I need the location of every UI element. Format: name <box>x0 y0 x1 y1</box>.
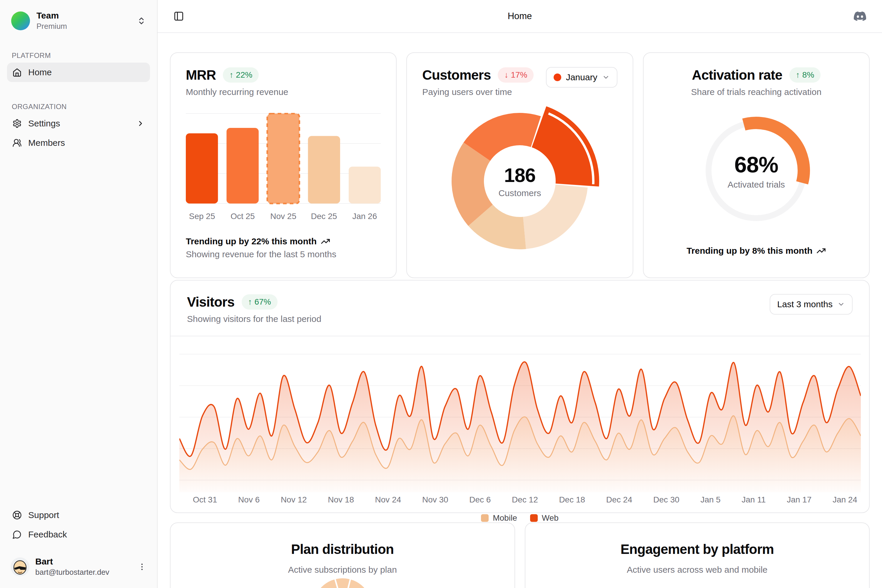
trending-up-icon <box>816 246 826 255</box>
visitors-badge: ↑67% <box>242 294 278 310</box>
home-icon <box>12 68 22 77</box>
mrr-x-label: Nov 25 <box>267 212 300 221</box>
sidebar-item-label: Support <box>28 510 59 520</box>
visitors-x-label: Jan 5 <box>700 495 721 504</box>
customers-card: Customers ↓17% Paying users over time Ja… <box>406 52 633 278</box>
arrow-up-glyph: ↑ <box>230 70 233 80</box>
mrr-subtitle: Monthly recurring revenue <box>186 87 381 97</box>
mrr-title: MRR <box>186 67 216 83</box>
sidebar-item-feedback[interactable]: Feedback <box>7 525 150 544</box>
visitors-x-label: Dec 24 <box>606 495 632 504</box>
mrr-footer-subtitle: Showing revenue for the last 5 months <box>186 249 381 259</box>
discord-icon[interactable] <box>854 10 866 22</box>
chevron-right-icon <box>136 119 145 128</box>
mrr-x-label: Dec 25 <box>308 212 340 221</box>
mrr-x-labels: Sep 25Oct 25Nov 25Dec 25Jan 26 <box>186 212 381 221</box>
activation-value-label: Activated trials <box>728 180 785 190</box>
mrr-x-label: Jan 26 <box>348 212 381 221</box>
plans-subtitle: Active subscriptions by plan <box>171 565 514 575</box>
trending-up-icon <box>321 237 330 246</box>
team-plan: Premium <box>36 22 130 31</box>
visitors-card: Visitors ↑67% Showing visitors for the l… <box>170 280 870 513</box>
legend-item: Web <box>530 513 559 523</box>
visitors-x-label: Jan 11 <box>742 495 766 504</box>
sidebar-toggle-icon[interactable] <box>174 11 184 21</box>
activation-subtitle: Share of trials reaching activation <box>659 87 854 97</box>
sidebar-section-organization: ORGANIZATION <box>12 103 145 111</box>
mrr-badge: ↑22% <box>223 68 259 82</box>
sidebar-item-support[interactable]: Support <box>7 506 150 525</box>
team-avatar <box>11 12 30 30</box>
activation-badge: ↑8% <box>789 68 820 82</box>
arrow-up-glyph: ↑ <box>796 70 800 80</box>
user-email: bart@turbostarter.dev <box>35 568 110 577</box>
arrow-down-glyph: ↓ <box>504 70 508 80</box>
life-buoy-icon <box>12 510 22 520</box>
visitors-x-label: Nov 18 <box>328 495 354 504</box>
page-title: Home <box>158 11 882 21</box>
mrr-trend-line: Trending up by 22% this month <box>186 236 381 246</box>
sidebar-item-label: Feedback <box>28 530 67 540</box>
visitors-x-label: Nov 30 <box>422 495 448 504</box>
customers-donut-chart: 186 Customers <box>438 99 602 263</box>
plan-distribution-card: Plan distribution Active subscriptions b… <box>170 522 515 588</box>
chevrons-up-down-icon <box>137 16 146 25</box>
sidebar-item-home[interactable]: Home <box>7 63 150 82</box>
sidebar-item-settings[interactable]: Settings <box>7 114 150 133</box>
team-name: Team <box>36 10 130 21</box>
visitors-x-label: Dec 30 <box>653 495 680 504</box>
activation-radial-chart: 68% Activated trials <box>694 109 818 232</box>
legend-swatch <box>481 514 489 522</box>
user-menu[interactable]: Bart bart@turbostarter.dev <box>7 552 150 581</box>
topbar: Home <box>158 0 882 33</box>
plans-pie-chart <box>313 578 372 588</box>
kebab-menu-icon <box>138 562 146 571</box>
visitors-x-labels: Oct 31Nov 6Nov 12Nov 18Nov 24Nov 30Dec 6… <box>171 492 869 504</box>
month-dot-icon <box>554 74 561 81</box>
mrr-bar-chart <box>186 113 381 205</box>
visitors-x-label: Dec 6 <box>469 495 490 504</box>
sidebar: Team Premium PLATFORM Home ORGANIZATION … <box>0 0 158 588</box>
visitors-x-label: Jan 24 <box>832 495 857 504</box>
month-select-value: January <box>566 72 597 82</box>
activation-title: Activation rate <box>692 67 782 83</box>
visitors-x-label: Dec 18 <box>559 495 585 504</box>
activation-trend-line: Trending up by 8% this month <box>659 246 854 256</box>
visitors-title: Visitors <box>187 294 235 310</box>
message-circle-icon <box>12 530 22 539</box>
sidebar-section-platform: PLATFORM <box>12 51 145 60</box>
gear-icon <box>12 119 22 128</box>
arrow-up-glyph: ↑ <box>248 297 252 307</box>
sidebar-item-members[interactable]: Members <box>7 133 150 153</box>
customers-badge: ↓17% <box>498 68 534 82</box>
legend-label: Web <box>542 513 559 523</box>
range-select[interactable]: Last 3 months <box>770 294 853 315</box>
month-select[interactable]: January <box>546 67 617 88</box>
mrr-x-label: Sep 25 <box>186 212 218 221</box>
legend-swatch <box>530 514 538 522</box>
legend-item: Mobile <box>481 513 517 523</box>
activation-card: Activation rate ↑8% Share of trials reac… <box>643 52 870 278</box>
visitors-subtitle: Showing visitors for the last period <box>187 314 321 324</box>
range-select-value: Last 3 months <box>777 299 832 309</box>
sidebar-item-label: Members <box>28 138 65 148</box>
plans-title: Plan distribution <box>171 541 514 557</box>
chevron-down-icon <box>837 300 845 308</box>
sidebar-item-label: Home <box>28 68 52 77</box>
visitors-x-label: Nov 6 <box>238 495 260 504</box>
team-switcher[interactable]: Team Premium <box>7 7 150 34</box>
main-content: MRR ↑22% Monthly recurring revenue Sep 2… <box>158 33 882 588</box>
visitors-legend: MobileWeb <box>171 513 869 523</box>
user-name: Bart <box>35 556 110 567</box>
customers-title: Customers <box>422 67 490 83</box>
visitors-x-label: Nov 24 <box>375 495 401 504</box>
sidebar-item-label: Settings <box>28 118 60 129</box>
engagement-subtitle: Active users across web and mobile <box>525 565 869 575</box>
activation-value: 68% <box>734 152 778 177</box>
user-avatar <box>10 557 29 576</box>
engagement-title: Engagement by platform <box>525 541 869 557</box>
engagement-card: Engagement by platform Active users acro… <box>525 522 870 588</box>
visitors-x-label: Jan 17 <box>787 495 812 504</box>
chevron-down-icon <box>602 74 610 81</box>
mrr-card: MRR ↑22% Monthly recurring revenue Sep 2… <box>170 52 397 278</box>
